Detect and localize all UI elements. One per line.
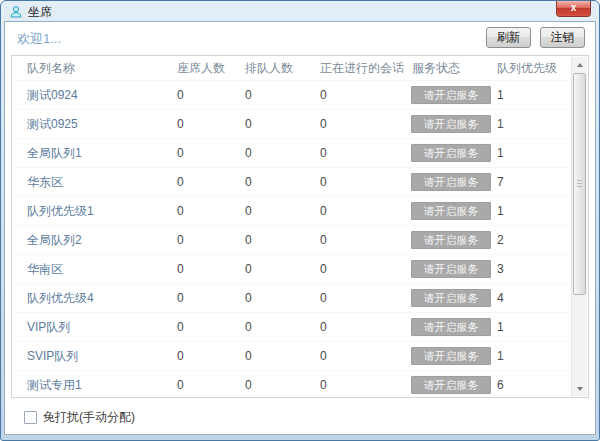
start-service-button[interactable]: 请开启服务 <box>411 202 491 220</box>
service-status-cell: 请开启服务 <box>412 376 489 394</box>
queue-priority: 1 <box>489 320 569 334</box>
dnd-checkbox-label: 免打扰(手动分配) <box>43 409 135 426</box>
queued-count: 0 <box>245 349 320 363</box>
table-row: VIP队列 0 0 0 请开启服务 1 <box>12 312 588 341</box>
service-status-cell: 请开启服务 <box>412 260 489 278</box>
service-status-cell: 请开启服务 <box>412 289 489 307</box>
table-row: 测试0925 0 0 0 请开启服务 1 <box>12 109 588 138</box>
active-sessions: 0 <box>320 117 412 131</box>
welcome-bar: 欢迎1... 刷新 注销 <box>5 22 595 55</box>
start-service-button[interactable]: 请开启服务 <box>411 115 491 133</box>
agent-count: 0 <box>177 262 245 276</box>
agent-count: 0 <box>177 320 245 334</box>
start-service-button[interactable]: 请开启服务 <box>411 289 491 307</box>
agent-user-icon <box>9 5 23 19</box>
service-status-cell: 请开启服务 <box>412 144 489 162</box>
queue-name: 测试0924 <box>20 87 177 104</box>
table-row: 队列优先级4 0 0 0 请开启服务 4 <box>12 283 588 312</box>
agent-count: 0 <box>177 349 245 363</box>
queue-name: 测试专用1 <box>20 377 177 394</box>
queue-name: VIP队列 <box>20 319 177 336</box>
queue-name: 测试0925 <box>20 116 177 133</box>
queue-priority: 1 <box>489 349 569 363</box>
service-status-cell: 请开启服务 <box>412 86 489 104</box>
start-service-button[interactable]: 请开启服务 <box>411 347 491 365</box>
window-title: 坐席 <box>28 4 52 21</box>
scrollbar-up-arrow-icon[interactable] <box>572 57 587 72</box>
queue-priority: 1 <box>489 204 569 218</box>
queue-priority: 2 <box>489 233 569 247</box>
column-header-queue-priority: 队列优先级 <box>489 60 569 77</box>
scrollbar-down-arrow-icon[interactable] <box>572 381 587 396</box>
service-status-cell: 请开启服务 <box>412 173 489 191</box>
logout-button[interactable]: 注销 <box>540 27 585 48</box>
queued-count: 0 <box>245 233 320 247</box>
service-status-cell: 请开启服务 <box>412 231 489 249</box>
table-body: 测试0924 0 0 0 请开启服务 1 测试0925 0 0 0 请开启服 <box>12 80 588 397</box>
start-service-button[interactable]: 请开启服务 <box>411 144 491 162</box>
start-service-button[interactable]: 请开启服务 <box>411 260 491 278</box>
queued-count: 0 <box>245 291 320 305</box>
queue-priority: 1 <box>489 117 569 131</box>
queued-count: 0 <box>245 88 320 102</box>
start-service-button[interactable]: 请开启服务 <box>411 173 491 191</box>
table-row: 华南区 0 0 0 请开启服务 3 <box>12 254 588 283</box>
service-status-cell: 请开启服务 <box>412 347 489 365</box>
vertical-scrollbar[interactable] <box>571 57 587 396</box>
queue-name: 全局队列1 <box>20 145 177 162</box>
queued-count: 0 <box>245 320 320 334</box>
active-sessions: 0 <box>320 262 412 276</box>
column-header-service-status: 服务状态 <box>412 60 489 77</box>
agent-count: 0 <box>177 117 245 131</box>
agent-count: 0 <box>177 233 245 247</box>
queued-count: 0 <box>245 262 320 276</box>
queued-count: 0 <box>245 378 320 392</box>
queue-table-panel: 队列名称 座席人数 排队人数 正在进行的会话 服务状态 队列优先级 测试0924… <box>11 55 589 398</box>
queued-count: 0 <box>245 146 320 160</box>
queue-priority: 6 <box>489 378 569 392</box>
active-sessions: 0 <box>320 88 412 102</box>
active-sessions: 0 <box>320 175 412 189</box>
table-row: 全局队列2 0 0 0 请开启服务 2 <box>12 225 588 254</box>
table-row: 队列优先级1 0 0 0 请开启服务 1 <box>12 196 588 225</box>
table-row: 测试专用1 0 0 0 请开启服务 6 <box>12 370 588 397</box>
queued-count: 0 <box>245 117 320 131</box>
refresh-button[interactable]: 刷新 <box>486 27 531 48</box>
title-bar: 坐席 x <box>4 1 596 21</box>
close-button[interactable]: x <box>556 1 591 17</box>
queue-name: 华南区 <box>20 261 177 278</box>
queued-count: 0 <box>245 175 320 189</box>
start-service-button[interactable]: 请开启服务 <box>411 376 491 394</box>
agent-count: 0 <box>177 291 245 305</box>
scrollbar-thumb[interactable] <box>573 73 586 295</box>
agent-count: 0 <box>177 146 245 160</box>
column-header-queue-name: 队列名称 <box>20 60 177 77</box>
queue-priority: 4 <box>489 291 569 305</box>
app-window: 坐席 x 欢迎1... 刷新 注销 队列名称 座席人数 排队人数 正在进行的会话… <box>0 0 600 441</box>
active-sessions: 0 <box>320 204 412 218</box>
table-row: SVIP队列 0 0 0 请开启服务 1 <box>12 341 588 370</box>
start-service-button[interactable]: 请开启服务 <box>411 86 491 104</box>
active-sessions: 0 <box>320 320 412 334</box>
start-service-button[interactable]: 请开启服务 <box>411 318 491 336</box>
queue-name: 全局队列2 <box>20 232 177 249</box>
column-header-agent-count: 座席人数 <box>177 60 245 77</box>
dnd-checkbox[interactable] <box>24 411 37 424</box>
active-sessions: 0 <box>320 349 412 363</box>
service-status-cell: 请开启服务 <box>412 202 489 220</box>
table-row: 华东区 0 0 0 请开启服务 7 <box>12 167 588 196</box>
agent-count: 0 <box>177 88 245 102</box>
client-area: 欢迎1... 刷新 注销 队列名称 座席人数 排队人数 正在进行的会话 服务状态… <box>4 21 596 435</box>
queue-name: SVIP队列 <box>20 348 177 365</box>
queue-priority: 1 <box>489 88 569 102</box>
queue-priority: 1 <box>489 146 569 160</box>
column-header-active-sessions: 正在进行的会话 <box>320 60 412 77</box>
welcome-text: 欢迎1... <box>17 30 61 48</box>
active-sessions: 0 <box>320 291 412 305</box>
active-sessions: 0 <box>320 146 412 160</box>
queue-name: 队列优先级4 <box>20 290 177 307</box>
table-row: 全局队列1 0 0 0 请开启服务 1 <box>12 138 588 167</box>
active-sessions: 0 <box>320 233 412 247</box>
start-service-button[interactable]: 请开启服务 <box>411 231 491 249</box>
footer-bar: 免打扰(手动分配) <box>11 398 589 435</box>
